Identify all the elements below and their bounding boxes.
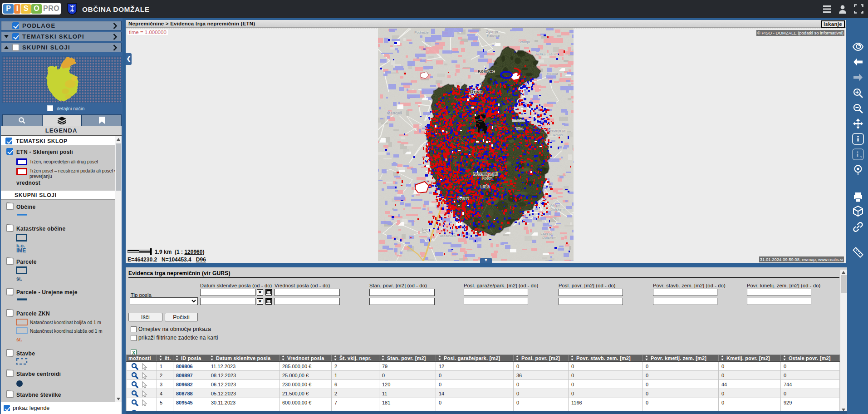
svg-text:Zgornje: Zgornje — [486, 30, 499, 34]
svg-text:Vrh pri: Vrh pri — [549, 203, 560, 207]
svg-text:Mengeš: Mengeš — [387, 111, 402, 115]
svg-text:Rodica: Rodica — [547, 72, 558, 76]
svg-text:Lukovici: Lukovici — [549, 133, 563, 137]
svg-text:Imovica: Imovica — [512, 118, 525, 123]
svg-text:Kolovec: Kolovec — [478, 69, 495, 74]
svg-text:Dobu: Dobu — [482, 176, 492, 181]
svg-text:Velika Lašna: Velika Lašna — [536, 52, 557, 56]
svg-text:Dolskem: Dolskem — [542, 236, 556, 240]
svg-text:Vrba: Vrba — [516, 127, 523, 131]
svg-text:Brezovica: Brezovica — [440, 234, 456, 238]
svg-text:Vranja: Vranja — [520, 40, 530, 44]
svg-text:Dolskem: Dolskem — [550, 207, 564, 212]
svg-text:Ostrež: Ostrež — [458, 197, 469, 201]
svg-text:Brezovica pri: Brezovica pri — [473, 172, 497, 176]
svg-text:?: ? — [860, 155, 862, 160]
svg-text:Rova: Rova — [470, 89, 483, 94]
svg-text:Palovče: Palovče — [487, 34, 500, 38]
svg-text:Laze pri: Laze pri — [540, 232, 554, 236]
svg-text:Preserje pri: Preserje pri — [548, 128, 566, 133]
svg-text:Brdo: Brdo — [481, 184, 490, 189]
svg-text:Podrečje: Podrečje — [414, 30, 429, 34]
